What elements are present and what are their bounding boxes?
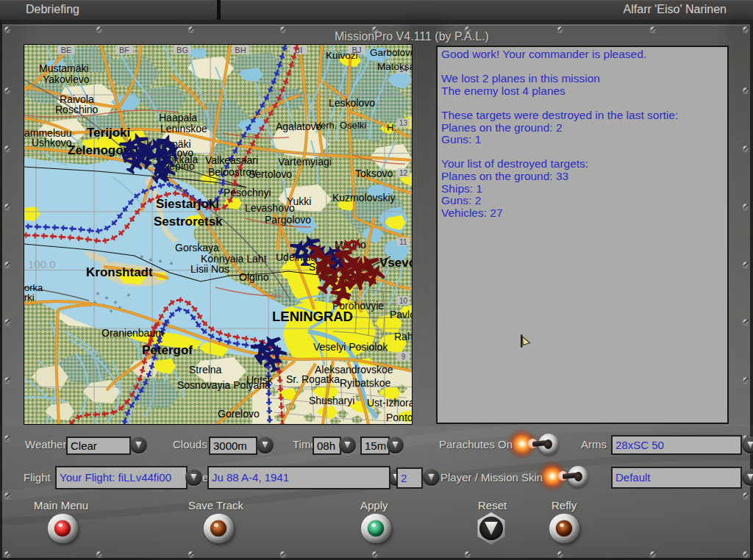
svg-text:Garbolovo: Garbolovo	[370, 47, 412, 58]
svg-text:Petergof: Petergof	[142, 343, 193, 357]
svg-text:Pavlovo: Pavlovo	[390, 309, 412, 320]
svg-text:100.0: 100.0	[28, 258, 56, 270]
svg-text:Sr. Rogatka: Sr. Rogatka	[286, 373, 340, 385]
svg-text:Ust-Izhora: Ust-Izhora	[367, 397, 412, 409]
svg-text:Rahja: Rahja	[394, 331, 412, 342]
svg-text:Veselyi Posiolok: Veselyi Posiolok	[313, 341, 388, 353]
svg-text:Gorskaya: Gorskaya	[175, 242, 219, 254]
svg-text:Shusharyi: Shusharyi	[309, 395, 354, 406]
svg-text:rki: rki	[24, 292, 35, 303]
svg-text:Ryibatskoe: Ryibatskoe	[340, 377, 390, 389]
svg-text:10: 10	[399, 297, 408, 305]
svg-text:13: 13	[399, 119, 408, 127]
svg-text:Leninskoe: Leninskoe	[160, 123, 207, 134]
svg-text:Ushkovo: Ushkovo	[32, 137, 72, 148]
svg-text:Yakovlevo: Yakovlevo	[43, 73, 90, 85]
svg-text:BG: BG	[176, 46, 188, 54]
svg-text:Beloostrov: Beloostrov	[208, 166, 257, 178]
svg-text:Matoksa: Matoksa	[377, 61, 412, 72]
svg-text:Terijoki: Terijoki	[87, 126, 130, 140]
svg-text:Siestarjoki: Siestarjoki	[156, 197, 219, 211]
svg-text:Kuzmolovskiy: Kuzmolovskiy	[332, 192, 396, 204]
svg-text:Pontonnyi: Pontonnyi	[386, 412, 412, 423]
svg-text:BF: BF	[119, 46, 129, 54]
svg-text:Haapala: Haapala	[159, 112, 197, 123]
svg-text:Mustamäki: Mustamäki	[39, 62, 89, 74]
svg-text:12: 12	[399, 169, 408, 177]
svg-text:BH: BH	[235, 46, 246, 54]
svg-text:Leskolovo: Leskolovo	[329, 97, 375, 109]
svg-text:Olgino: Olgino	[239, 271, 269, 283]
svg-text:Sestroretsk: Sestroretsk	[154, 215, 223, 229]
svg-text:Valkeasaari: Valkeasaari	[205, 154, 258, 166]
svg-text:11: 11	[399, 238, 407, 246]
svg-text:Levashovo: Levashovo	[245, 202, 295, 214]
svg-text:Vsevolozhsk: Vsevolozhsk	[379, 256, 412, 270]
svg-text:Strelna: Strelna	[189, 364, 222, 376]
svg-text:Vartemyiagi: Vartemyiagi	[278, 156, 332, 168]
svg-text:Verh. Oselki: Verh. Oselki	[315, 120, 366, 131]
svg-text:Kronshtadt: Kronshtadt	[86, 265, 153, 279]
svg-text:Roschino: Roschino	[55, 104, 99, 115]
svg-text:9: 9	[402, 353, 406, 361]
svg-text:Uritsk: Uritsk	[246, 374, 274, 386]
svg-text:Kuivozi: Kuivozi	[326, 50, 358, 61]
svg-text:Gorelovo: Gorelovo	[218, 408, 260, 420]
svg-text:Lisii Nos: Lisii Nos	[190, 263, 229, 275]
svg-text:BE: BE	[61, 46, 72, 54]
svg-text:Oranienbaum: Oranienbaum	[101, 327, 164, 339]
svg-text:Toksovo: Toksovo	[355, 168, 393, 179]
svg-text:LENINGRAD: LENINGRAD	[272, 309, 353, 324]
svg-text:H.: H.	[387, 122, 396, 133]
svg-text:Pargolovo: Pargolovo	[265, 214, 311, 226]
svg-text:Pesochnyi: Pesochnyi	[224, 187, 271, 198]
